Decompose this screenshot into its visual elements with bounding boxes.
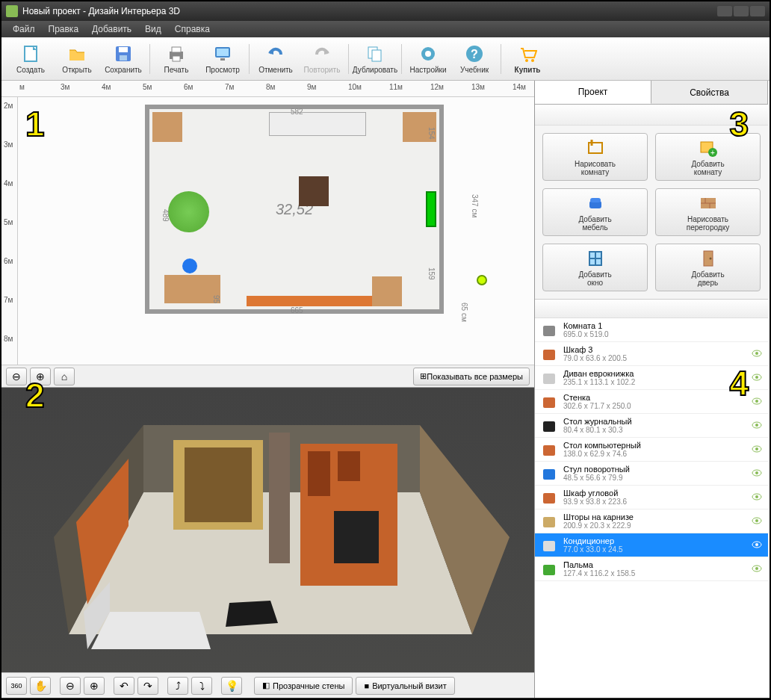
rotate-handle[interactable] (477, 275, 487, 285)
visibility-icon[interactable] (752, 565, 762, 574)
furniture-item[interactable] (372, 276, 402, 306)
item-dims: 695.0 x 519.0 (563, 330, 762, 338)
rotate-right-button[interactable]: ↷ (137, 677, 158, 695)
svg-rect-42 (590, 198, 601, 202)
redo-button[interactable]: Повторить (299, 40, 345, 78)
undo-button[interactable]: Отменить (253, 40, 299, 78)
selected-ac[interactable] (426, 191, 436, 227)
close-button[interactable] (750, 6, 765, 16)
svg-rect-56 (543, 374, 555, 384)
list-item[interactable]: Стенка302.6 x 71.7 x 250.0 (535, 390, 768, 414)
furniture-palm[interactable] (168, 191, 209, 232)
svg-rect-7 (173, 56, 180, 61)
add-furniture-button[interactable]: Добавитьмебель (542, 188, 648, 236)
furniture-chair[interactable] (182, 258, 197, 273)
view-button[interactable]: Просмотр (199, 40, 246, 78)
visibility-icon[interactable] (752, 493, 762, 502)
maximize-button[interactable] (734, 6, 749, 16)
zoom-out-button[interactable]: ⊖ (6, 368, 27, 385)
dim-154: 154 (427, 127, 436, 140)
item-dims: 79.0 x 63.6 x 200.5 (563, 354, 752, 362)
visibility-icon[interactable] (752, 374, 762, 382)
home-button[interactable]: ⌂ (54, 368, 75, 385)
svg-rect-3 (119, 47, 128, 52)
list-item[interactable]: Шторы на карнизе200.9 x 20.3 x 222.9 (535, 509, 768, 533)
menu-Вид[interactable]: Вид (138, 24, 168, 34)
dup-button[interactable]: Дублировать (352, 40, 398, 78)
furniture-wall-unit[interactable] (247, 296, 392, 306)
add-door-button[interactable]: Добавитьдверь (655, 244, 761, 291)
view-3d[interactable]: 360 ✋ ⊖ ⊕ ↶ ↷ ⤴ ⤵ 💡 ◧ Прозрачные стены ■… (1, 387, 534, 698)
visibility-icon[interactable] (752, 445, 762, 454)
tilt-up-button[interactable]: ⤴ (167, 677, 188, 695)
room-outline[interactable]: 32,52 (145, 105, 444, 314)
zoom-out-3d-button[interactable]: ⊖ (60, 677, 81, 695)
transparent-walls-button[interactable]: ◧ Прозрачные стены (254, 677, 353, 695)
buy-button[interactable]: Купить (504, 40, 551, 78)
help-button[interactable]: ?Учебник (451, 40, 498, 78)
show-dimensions-button[interactable]: ⊞ Показывать все размеры (413, 368, 530, 385)
visibility-icon[interactable] (752, 517, 762, 526)
svg-rect-77 (543, 541, 555, 551)
add-window-button[interactable]: Добавитьокно (542, 244, 648, 291)
svg-rect-14 (372, 50, 381, 61)
list-item[interactable]: Диван еврокнижка235.1 x 113.1 x 102.2 (535, 366, 768, 390)
menu-Справка[interactable]: Справка (168, 24, 217, 34)
visibility-icon[interactable] (752, 469, 762, 478)
object-list[interactable]: Комната 1695.0 x 519.0Шкаф 379.0 x 63.6 … (535, 318, 768, 698)
toolbar-label: Просмотр (205, 66, 240, 74)
ruler-tick: 6м (4, 257, 13, 265)
list-item[interactable]: Стол журнальный80.4 x 80.1 x 30.3 (535, 414, 768, 438)
list-item[interactable]: Шкаф угловой93.9 x 93.8 x 223.6 (535, 486, 768, 509)
list-item[interactable]: Кондиционер77.0 x 33.0 x 24.5 (535, 533, 768, 557)
open-button[interactable]: Открыть (54, 40, 100, 78)
menu-Правка[interactable]: Правка (42, 24, 86, 34)
visibility-icon[interactable] (752, 541, 762, 550)
draw-room-button[interactable]: Нарисоватькомнату (542, 133, 648, 181)
draw-partition-button[interactable]: Нарисоватьперегородку (655, 188, 761, 236)
create-button[interactable]: Создать (7, 40, 54, 78)
print-button[interactable]: Печать (153, 40, 199, 78)
furniture-table[interactable] (299, 176, 329, 206)
corner-icon (541, 489, 557, 506)
svg-point-67 (755, 447, 758, 450)
tab-properties[interactable]: Свойства (651, 81, 768, 104)
list-item[interactable]: Комната 1695.0 x 519.0 (535, 318, 768, 342)
item-dims: 127.4 x 116.2 x 158.5 (563, 569, 752, 577)
menu-Добавить[interactable]: Добавить (85, 24, 138, 34)
furniture-cabinet[interactable] (152, 112, 182, 142)
minimize-button[interactable] (717, 6, 732, 16)
svg-rect-30 (334, 511, 379, 563)
question-icon: ? (464, 43, 485, 64)
visibility-icon[interactable] (752, 421, 762, 430)
visibility-icon[interactable] (752, 397, 762, 406)
list-item[interactable]: Стол компьютерный138.0 x 62.9 x 74.6 (535, 438, 768, 462)
folder-icon (66, 43, 87, 64)
visibility-icon[interactable] (752, 350, 762, 359)
zoom-in-3d-button[interactable]: ⊕ (84, 677, 105, 695)
toolbar-label: Открыть (62, 66, 91, 74)
add-room-button[interactable]: +Добавитькомнату (655, 133, 761, 181)
rotate360-button[interactable]: 360 (6, 677, 27, 695)
save-button[interactable]: Сохранить (100, 40, 146, 78)
tab-project[interactable]: Проект (535, 81, 651, 104)
furniture-sofa[interactable] (269, 112, 366, 136)
list-item[interactable]: Стул поворотный48.5 x 56.6 x 79.9 (535, 462, 768, 486)
list-item[interactable]: Пальма127.4 x 116.2 x 158.5 (535, 557, 768, 581)
menu-Файл[interactable]: Файл (6, 24, 42, 34)
settings-button[interactable]: Настройки (405, 40, 451, 78)
light-button[interactable]: 💡 (221, 677, 242, 695)
rotate-left-button[interactable]: ↶ (114, 677, 134, 695)
virtual-visit-button[interactable]: ■ Виртуальный визит (356, 677, 454, 695)
tilt-down-button[interactable]: ⤵ (191, 677, 212, 695)
floorplan-2d[interactable]: 32,52 582 347 см 489 154 95 (18, 97, 534, 365)
ruler-tick: 8м (266, 83, 275, 91)
svg-rect-52 (543, 326, 555, 336)
svg-marker-32 (91, 612, 211, 649)
list-item[interactable]: Шкаф 379.0 x 63.6 x 200.5 (535, 342, 768, 366)
svg-rect-35 (269, 433, 290, 563)
app-icon (6, 5, 18, 17)
pan-button[interactable]: ✋ (30, 677, 51, 695)
zoom-in-button[interactable]: ⊕ (30, 368, 51, 385)
svg-marker-34 (226, 601, 278, 627)
